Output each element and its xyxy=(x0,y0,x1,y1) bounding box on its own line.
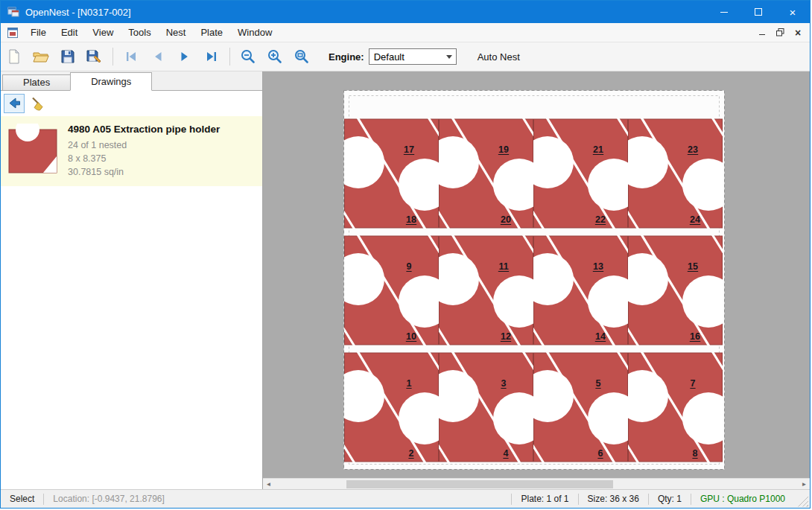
next-plate-button[interactable] xyxy=(171,45,198,68)
save-edit-icon xyxy=(86,48,104,65)
resize-grip[interactable] xyxy=(797,496,808,507)
part-number-label: 15 xyxy=(688,261,698,272)
status-qty: Qty: 1 xyxy=(649,494,691,504)
minimize-button[interactable] xyxy=(707,1,741,23)
first-arrow-icon xyxy=(124,49,139,64)
app-window: OpenNest - [N0317-002] × File Edit View … xyxy=(0,0,811,509)
part-number-label: 6 xyxy=(598,448,603,459)
next-arrow-icon xyxy=(177,49,192,64)
drawing-list-item[interactable]: 4980 A05 Extraction pipe holder 24 of 1 … xyxy=(1,116,262,186)
mdi-minimize-icon xyxy=(759,34,765,35)
part-number-label: 24 xyxy=(690,214,700,225)
part-number-label: 8 xyxy=(693,448,698,459)
chevron-down-icon xyxy=(446,55,452,59)
nest-canvas[interactable]: 171819202122232491011121314151612345678 … xyxy=(263,71,810,489)
status-location: Location: [-0.9437, 21.8796] xyxy=(44,494,173,504)
first-plate-button[interactable] xyxy=(118,45,145,68)
menu-edit[interactable]: Edit xyxy=(54,23,85,42)
part-number-label: 1 xyxy=(407,378,412,389)
toolbar-separator xyxy=(229,48,230,66)
part-number-label: 21 xyxy=(593,144,603,155)
save-button[interactable] xyxy=(54,45,81,68)
status-bar: Select Location: [-0.9437, 21.8796] Plat… xyxy=(1,489,810,508)
zoom-in-icon xyxy=(267,48,283,65)
maximize-button[interactable] xyxy=(741,1,775,23)
part-number-label: 19 xyxy=(498,144,509,155)
engine-selected-value: Default xyxy=(374,51,405,63)
sidebar-tabstrip: Plates Drawings xyxy=(1,71,262,90)
save-icon xyxy=(60,48,76,65)
zoom-fit-button[interactable] xyxy=(288,45,315,68)
clean-drawings-button[interactable] xyxy=(28,94,48,113)
content-area: Plates Drawings xyxy=(1,71,810,489)
part-number-label: 20 xyxy=(501,214,511,225)
window-title: OpenNest - [N0317-002] xyxy=(25,7,707,18)
last-plate-button[interactable] xyxy=(198,45,225,68)
part-number-label: 3 xyxy=(501,378,507,389)
mdi-close-button[interactable]: × xyxy=(789,25,807,41)
mdi-minimize-button[interactable] xyxy=(753,25,771,41)
previous-plate-button[interactable] xyxy=(145,45,171,68)
auto-nest-button[interactable]: Auto Nest xyxy=(473,48,524,66)
open-file-button[interactable] xyxy=(28,45,54,68)
part-number-label: 12 xyxy=(501,331,511,342)
previous-arrow-icon xyxy=(150,49,165,64)
horizontal-scrollbar[interactable]: ◄ ► xyxy=(263,478,810,489)
part-number-label: 18 xyxy=(406,214,416,225)
part-number-label: 10 xyxy=(406,331,416,342)
app-icon xyxy=(7,6,19,18)
menu-plate[interactable]: Plate xyxy=(193,23,230,42)
status-plate: Plate: 1 of 1 xyxy=(512,494,577,504)
part-number-label: 4 xyxy=(504,448,509,459)
part-number-label: 17 xyxy=(404,144,414,155)
minimize-icon xyxy=(720,12,728,13)
part-number-label: 13 xyxy=(593,261,603,272)
part-number-label: 14 xyxy=(595,331,606,342)
drawings-toolbar xyxy=(1,91,262,116)
sidebar: Plates Drawings xyxy=(1,71,263,489)
drawing-area: 30.7815 sq/in xyxy=(68,165,220,179)
part-number-label: 9 xyxy=(407,261,412,272)
open-folder-icon xyxy=(32,48,50,65)
tab-drawings[interactable]: Drawings xyxy=(70,72,152,91)
status-mode: Select xyxy=(1,494,43,504)
new-file-button[interactable] xyxy=(1,45,28,68)
zoom-out-button[interactable] xyxy=(235,45,261,68)
part-thumbnail xyxy=(7,124,59,174)
blue-arrow-left-icon xyxy=(6,95,22,112)
last-arrow-icon xyxy=(204,49,219,64)
drawing-title: 4980 A05 Extraction pipe holder xyxy=(68,124,220,135)
menu-tools[interactable]: Tools xyxy=(121,23,158,42)
menu-bar: File Edit View Tools Nest Plate Window × xyxy=(1,23,810,42)
part-number-label: 5 xyxy=(596,378,601,389)
menu-window[interactable]: Window xyxy=(230,23,279,42)
part-number-label: 2 xyxy=(409,448,414,459)
menu-file[interactable]: File xyxy=(23,23,54,42)
status-size: Size: 36 x 36 xyxy=(579,494,648,504)
toolbar-separator xyxy=(112,48,113,66)
document-icon xyxy=(7,27,19,39)
mdi-restore-button[interactable] xyxy=(771,25,789,41)
close-button[interactable]: × xyxy=(775,1,810,23)
zoom-out-icon xyxy=(240,48,256,65)
save-edit-button[interactable] xyxy=(81,45,108,68)
part-number-label: 11 xyxy=(498,261,508,272)
scrollbar-thumb[interactable] xyxy=(346,480,613,488)
engine-select[interactable]: Default xyxy=(369,48,457,65)
plate: 171819202122232491011121314151612345678 xyxy=(343,90,725,473)
scroll-right-arrow-icon[interactable]: ► xyxy=(799,479,810,489)
title-bar[interactable]: OpenNest - [N0317-002] × xyxy=(1,1,810,23)
drawing-info: 4980 A05 Extraction pipe holder 24 of 1 … xyxy=(68,124,220,179)
scroll-left-arrow-icon[interactable]: ◄ xyxy=(263,479,274,489)
tab-plates[interactable]: Plates xyxy=(2,74,71,90)
menu-view[interactable]: View xyxy=(85,23,121,42)
import-drawing-button[interactable] xyxy=(4,94,25,113)
plate-svg: 171819202122232491011121314151612345678 xyxy=(343,90,725,470)
status-gpu: GPU : Quadro P1000 xyxy=(691,494,794,504)
main-toolbar: Engine: Default Auto Nest xyxy=(1,42,810,71)
maximize-icon xyxy=(755,8,762,16)
menu-nest[interactable]: Nest xyxy=(159,23,194,42)
part-number-label: 7 xyxy=(691,378,696,389)
drawing-size: 8 x 8.375 xyxy=(68,152,220,165)
zoom-in-button[interactable] xyxy=(261,45,288,68)
